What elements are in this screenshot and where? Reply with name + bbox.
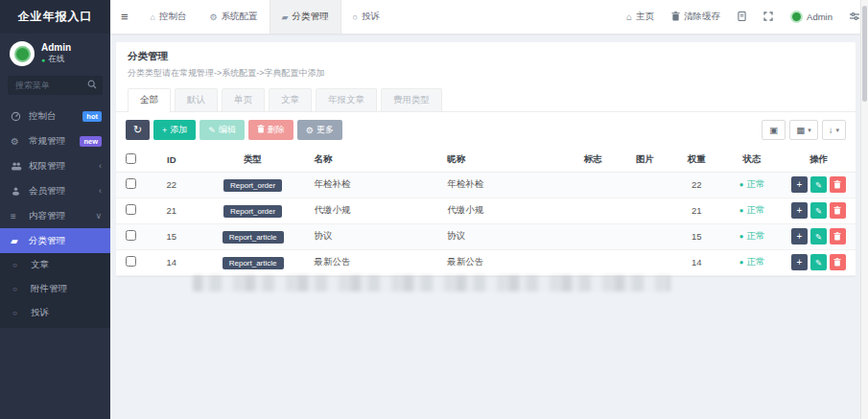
user-panel[interactable]: Admin ● 在线 bbox=[0, 34, 110, 73]
row-checkbox[interactable] bbox=[126, 230, 136, 241]
columns-button[interactable]: ▦ ▾ bbox=[789, 120, 818, 140]
sidebar-item-general[interactable]: ⚙ 常规管理 new bbox=[0, 128, 110, 153]
sidebar-item-label: 分类管理 bbox=[29, 235, 65, 247]
list-icon: ≡ bbox=[11, 211, 25, 221]
add-button[interactable]: + 添加 bbox=[153, 120, 196, 140]
row-checkbox[interactable] bbox=[126, 256, 136, 267]
sidebar-item-label: 权限管理 bbox=[29, 160, 65, 173]
sidebar-item-member[interactable]: 会员管理 ‹ bbox=[0, 178, 110, 203]
sidebar-submenu: ▰ 分类管理 ○ 文章 ○ 附件管理 ○ 投诉 bbox=[0, 228, 110, 328]
status-label: 正常 bbox=[746, 256, 764, 267]
row-edit-button[interactable]: ✎ bbox=[810, 202, 827, 219]
filter-tab-all[interactable]: 全部 bbox=[128, 88, 171, 112]
caret-down-icon: ▾ bbox=[835, 127, 839, 134]
filter-tab-fee-type[interactable]: 费用类型 bbox=[381, 88, 442, 111]
plus-icon: + bbox=[162, 126, 167, 135]
table-toolbar: ↻ + 添加 ✎ 编辑 删除 ⚙ 更多 ▣ bbox=[116, 112, 856, 148]
sidebar-item-attachment[interactable]: ○ 附件管理 bbox=[0, 277, 110, 301]
status-dot-icon: ● bbox=[739, 232, 744, 241]
gear-icon: ⚙ bbox=[11, 136, 25, 147]
tab-category[interactable]: ▰ 分类管理 bbox=[270, 0, 341, 34]
filter-tab-default[interactable]: 默认 bbox=[175, 88, 218, 111]
sidebar-item-label: 附件管理 bbox=[31, 283, 67, 295]
export-button[interactable]: ↓ ▾ bbox=[822, 120, 846, 140]
row-add-button[interactable]: + bbox=[791, 228, 808, 244]
hamburger-icon[interactable]: ≡ bbox=[110, 0, 139, 34]
status-label: 正常 bbox=[746, 204, 764, 215]
cell-id: 21 bbox=[146, 198, 198, 223]
chevron-left-icon: ‹ bbox=[99, 186, 102, 196]
status-dot-icon: ● bbox=[739, 258, 744, 267]
home-label: 主页 bbox=[636, 11, 654, 23]
more-button[interactable]: ⚙ 更多 bbox=[297, 120, 342, 140]
select-all-checkbox[interactable] bbox=[126, 153, 136, 164]
cell-name: 协议 bbox=[308, 223, 441, 249]
row-checkbox[interactable] bbox=[126, 178, 136, 189]
col-header-nickname[interactable]: 昵称 bbox=[441, 148, 567, 172]
col-header-weight[interactable]: 权重 bbox=[670, 148, 722, 172]
sidebar-item-auth[interactable]: 权限管理 ‹ bbox=[0, 153, 110, 178]
col-header-type[interactable]: 类型 bbox=[198, 148, 309, 172]
col-header-name[interactable]: 名称 bbox=[308, 148, 441, 172]
pin-tab-button[interactable] bbox=[729, 0, 755, 34]
table-row[interactable]: 15 Report_article 协议 协议 15 ●正常 + ✎ bbox=[116, 223, 856, 249]
sidebar-item-category[interactable]: ▰ 分类管理 bbox=[0, 228, 110, 253]
filter-tab-article[interactable]: 文章 bbox=[269, 88, 312, 111]
cell-id: 22 bbox=[146, 172, 198, 198]
cell-flag bbox=[567, 172, 619, 198]
filter-tabs: 全部 默认 单页 文章 年报文章 费用类型 bbox=[116, 80, 856, 112]
page-title: 分类管理 bbox=[128, 50, 844, 63]
table-row[interactable]: 21 Report_order 代缴小规 代缴小规 21 ●正常 + ✎ bbox=[116, 198, 856, 223]
edit-button[interactable]: ✎ 编辑 bbox=[199, 120, 245, 140]
pencil-icon: ✎ bbox=[815, 258, 822, 268]
tab-complaint[interactable]: ○ 投诉 bbox=[341, 0, 391, 34]
row-edit-button[interactable]: ✎ bbox=[810, 254, 827, 270]
scrollbar-thumb[interactable] bbox=[862, 6, 867, 102]
sidebar-item-label: 会员管理 bbox=[29, 185, 65, 198]
user-menu[interactable]: Admin bbox=[782, 0, 841, 34]
row-delete-button[interactable] bbox=[830, 228, 846, 244]
delete-button[interactable]: 删除 bbox=[248, 120, 293, 140]
category-card: 分类管理 分类类型请在常规管理->系统配置->字典配置中添加 全部 默认 单页 … bbox=[116, 42, 856, 276]
gear-icon: ⚙ bbox=[306, 126, 314, 135]
col-header-status[interactable]: 状态 bbox=[722, 148, 782, 172]
sidebar-item-dashboard[interactable]: 控制台 hot bbox=[0, 104, 110, 128]
row-add-button[interactable]: + bbox=[791, 254, 808, 270]
type-badge: Report_article bbox=[223, 257, 284, 269]
filter-tab-page[interactable]: 单页 bbox=[222, 88, 265, 111]
tab-system-config[interactable]: ⚙ 系统配置 bbox=[199, 0, 270, 34]
cell-image bbox=[619, 223, 670, 249]
category-icon: ▰ bbox=[11, 236, 25, 246]
table-row[interactable]: 14 Report_article 最新公告 最新公告 14 ●正常 + ✎ bbox=[116, 249, 856, 275]
row-add-button[interactable]: + bbox=[791, 176, 808, 193]
row-delete-button[interactable] bbox=[830, 202, 846, 219]
fullscreen-button[interactable] bbox=[755, 0, 782, 34]
row-add-button[interactable]: + bbox=[791, 202, 808, 219]
avatar bbox=[790, 11, 803, 23]
window-scrollbar[interactable] bbox=[860, 0, 868, 419]
col-header-id[interactable]: ID bbox=[146, 148, 198, 172]
home-button[interactable]: ⌂ 主页 bbox=[618, 0, 663, 34]
refresh-icon: ↻ bbox=[133, 124, 142, 136]
row-checkbox[interactable] bbox=[126, 204, 136, 215]
clear-cache-button[interactable]: 清除缓存 bbox=[663, 0, 729, 34]
filter-tab-report-article[interactable]: 年报文章 bbox=[316, 88, 377, 111]
sidebar-item-complaint[interactable]: ○ 投诉 bbox=[0, 301, 110, 325]
row-edit-button[interactable]: ✎ bbox=[810, 228, 827, 244]
tab-dashboard[interactable]: ⌂ 控制台 bbox=[139, 0, 199, 34]
category-table: ID 类型 名称 昵称 标志 图片 权重 状态 操作 22 bbox=[116, 148, 856, 276]
toggle-view-button[interactable]: ▣ bbox=[762, 120, 786, 140]
refresh-button[interactable]: ↻ bbox=[126, 120, 150, 140]
table-row[interactable]: 22 Report_order 年检补检 年检补检 22 ●正常 + ✎ bbox=[116, 172, 856, 198]
row-delete-button[interactable] bbox=[830, 254, 846, 270]
tab-label: 投诉 bbox=[362, 11, 380, 23]
row-delete-button[interactable] bbox=[830, 176, 846, 193]
sidebar-item-content[interactable]: ≡ 内容管理 ∨ bbox=[0, 203, 110, 228]
type-badge: Report_order bbox=[223, 205, 282, 218]
sidebar-item-label: 常规管理 bbox=[29, 135, 65, 148]
col-header-image[interactable]: 图片 bbox=[619, 148, 670, 172]
col-header-flag[interactable]: 标志 bbox=[567, 148, 619, 172]
row-edit-button[interactable]: ✎ bbox=[810, 176, 827, 193]
sidebar-item-article[interactable]: ○ 文章 bbox=[0, 253, 110, 277]
status-badge: ●正常 bbox=[739, 256, 765, 267]
